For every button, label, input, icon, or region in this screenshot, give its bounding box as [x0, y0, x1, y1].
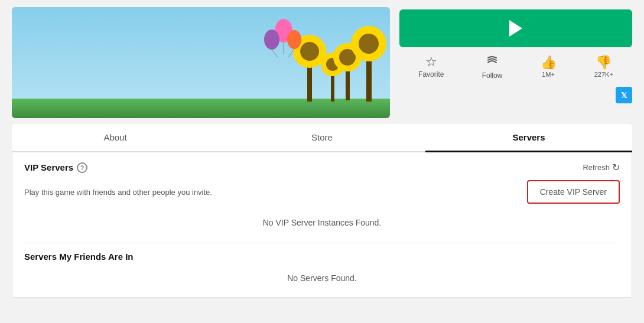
twitter-icon: 𝕏 [621, 91, 627, 100]
refresh-label: Refresh [583, 163, 610, 172]
tab-store[interactable]: Store [219, 124, 425, 152]
banner-title: ADOPT ME! [24, 19, 143, 40]
game-banner: ADOPT ME! SPRING FESTIVAL! [12, 7, 390, 118]
svg-point-3 [327, 19, 335, 28]
svg-point-1 [337, 24, 349, 35]
svg-point-8 [258, 59, 291, 80]
follow-button[interactable]: Follow [482, 54, 503, 80]
help-icon[interactable]: ? [77, 162, 87, 173]
svg-point-19 [293, 86, 298, 91]
vip-header: VIP Servers ? Refresh ↻ [24, 162, 620, 173]
play-icon [509, 20, 522, 37]
friends-section-title: Servers My Friends Are In [24, 252, 620, 262]
svg-point-21 [305, 81, 309, 84]
twitter-row: 𝕏 [399, 87, 632, 103]
refresh-button[interactable]: Refresh ↻ [583, 162, 620, 173]
create-vip-button[interactable]: Create VIP Server [527, 180, 620, 204]
svg-point-12 [248, 94, 255, 101]
action-panel: ☆ Favorite Follow 👍 1M+ 👎 [399, 7, 632, 118]
star-icon: ☆ [425, 56, 437, 68]
play-button[interactable] [399, 9, 632, 47]
rss-icon [486, 54, 499, 70]
banner-text: ADOPT ME! SPRING FESTIVAL! [24, 19, 143, 53]
favorite-label: Favorite [418, 70, 444, 79]
section-divider [24, 243, 620, 243]
vip-description-row: Play this game with friends and other pe… [24, 180, 620, 204]
svg-point-9 [288, 60, 314, 79]
vip-title: VIP Servers ? [24, 162, 87, 173]
tab-about[interactable]: About [12, 124, 219, 152]
no-servers-text: No Servers Found. [24, 269, 620, 288]
follow-label: Follow [482, 71, 503, 80]
thumbs-up-icon: 👍 [541, 56, 557, 69]
refresh-icon: ↻ [612, 162, 620, 173]
no-vip-instances-text: No VIP Server Instances Found. [24, 212, 620, 238]
svg-point-15 [318, 94, 326, 101]
tabs-container: About Store Servers [12, 124, 632, 152]
social-icons-row: ☆ Favorite Follow 👍 1M+ 👎 [399, 54, 632, 80]
main-content: VIP Servers ? Refresh ↻ Play this game w… [12, 152, 632, 298]
dislikes-count: 227K+ [594, 71, 613, 78]
dislike-button[interactable]: 👎 227K+ [594, 56, 613, 78]
vip-description-text: Play this game with friends and other pe… [24, 188, 212, 197]
svg-point-17 [275, 83, 281, 89]
top-section: ADOPT ME! SPRING FESTIVAL! [0, 0, 644, 118]
favorite-button[interactable]: ☆ Favorite [418, 56, 444, 79]
banner-subtitle: SPRING FESTIVAL! [24, 40, 143, 53]
like-button[interactable]: 👍 1M+ [541, 56, 557, 78]
tab-servers[interactable]: Servers [425, 124, 632, 152]
twitter-button[interactable]: 𝕏 [616, 87, 632, 103]
vip-title-text: VIP Servers [24, 162, 73, 172]
banner-car-svg [207, 18, 372, 112]
friends-section: Servers My Friends Are In No Servers Fou… [24, 252, 620, 288]
thumbs-down-icon: 👎 [596, 56, 612, 69]
likes-count: 1M+ [542, 71, 555, 78]
